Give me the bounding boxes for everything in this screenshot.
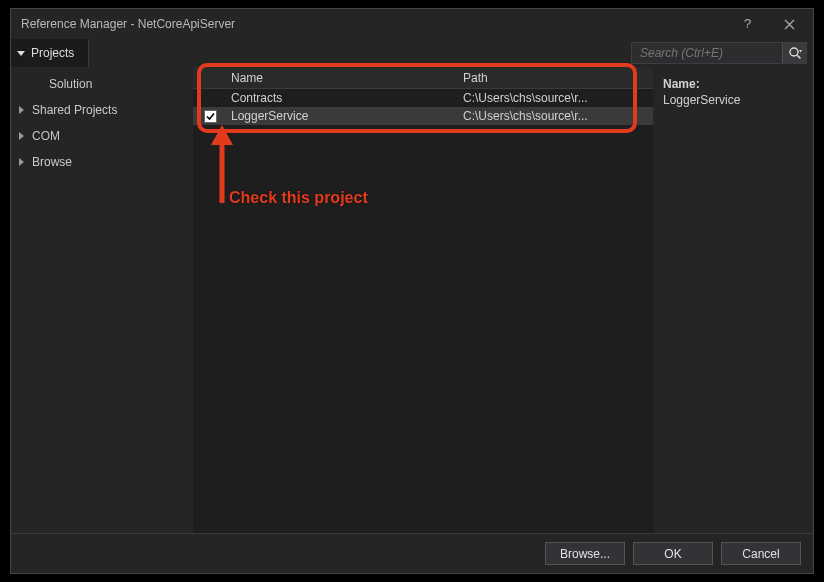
reference-manager-window: Reference Manager - NetCoreApiServer ? P… <box>10 8 814 574</box>
search-icon <box>788 46 802 60</box>
tab-projects[interactable]: Projects <box>11 39 89 67</box>
column-header-path[interactable]: Path <box>459 71 653 85</box>
project-list: Name Path Contracts C:\Users\chs\source\… <box>193 67 653 533</box>
table-header: Name Path <box>193 67 653 89</box>
svg-point-1 <box>790 48 798 56</box>
help-button[interactable]: ? <box>729 10 769 38</box>
topbar: Projects <box>11 39 813 67</box>
sidebar-item-browse[interactable]: Browse <box>11 149 193 175</box>
cancel-button[interactable]: Cancel <box>721 542 801 565</box>
sidebar-item-solution[interactable]: Solution <box>11 71 193 97</box>
sidebar: Solution Shared Projects COM Browse <box>11 67 193 533</box>
cell-path: C:\Users\chs\source\r... <box>459 91 653 105</box>
cell-name: Contracts <box>227 91 459 105</box>
search-box <box>631 42 807 64</box>
table-row[interactable]: Contracts C:\Users\chs\source\r... <box>193 89 653 107</box>
chevron-right-icon <box>19 158 24 166</box>
annotation-text: Check this project <box>229 189 368 207</box>
tab-label: Projects <box>31 46 74 60</box>
cell-name: LoggerService <box>227 109 459 123</box>
titlebar: Reference Manager - NetCoreApiServer ? <box>11 9 813 39</box>
footer: Browse... OK Cancel <box>11 533 813 573</box>
search-input[interactable] <box>632 43 782 63</box>
svg-text:?: ? <box>744 17 751 31</box>
cell-path: C:\Users\chs\source\r... <box>459 109 653 123</box>
details-panel: Name: LoggerService <box>653 67 813 533</box>
checkmark-icon <box>205 111 216 122</box>
sidebar-item-com[interactable]: COM <box>11 123 193 149</box>
details-name-label: Name: <box>663 77 803 91</box>
close-button[interactable] <box>769 10 809 38</box>
chevron-right-icon <box>19 106 24 114</box>
details-name-value: LoggerService <box>663 93 803 107</box>
window-title: Reference Manager - NetCoreApiServer <box>21 17 729 31</box>
search-button[interactable] <box>782 43 806 63</box>
sidebar-item-shared-projects[interactable]: Shared Projects <box>11 97 193 123</box>
sidebar-item-label: Shared Projects <box>32 103 117 117</box>
checkbox[interactable] <box>204 110 217 123</box>
chevron-right-icon <box>19 132 24 140</box>
sidebar-item-label: COM <box>32 129 60 143</box>
sidebar-item-label: Browse <box>32 155 72 169</box>
body: Solution Shared Projects COM Browse Name… <box>11 67 813 533</box>
column-header-name[interactable]: Name <box>227 71 459 85</box>
browse-button[interactable]: Browse... <box>545 542 625 565</box>
ok-button[interactable]: OK <box>633 542 713 565</box>
sidebar-item-label: Solution <box>49 77 92 91</box>
annotation-arrow-icon <box>207 125 237 203</box>
chevron-down-icon <box>17 51 25 56</box>
table-row[interactable]: LoggerService C:\Users\chs\source\r... <box>193 107 653 125</box>
